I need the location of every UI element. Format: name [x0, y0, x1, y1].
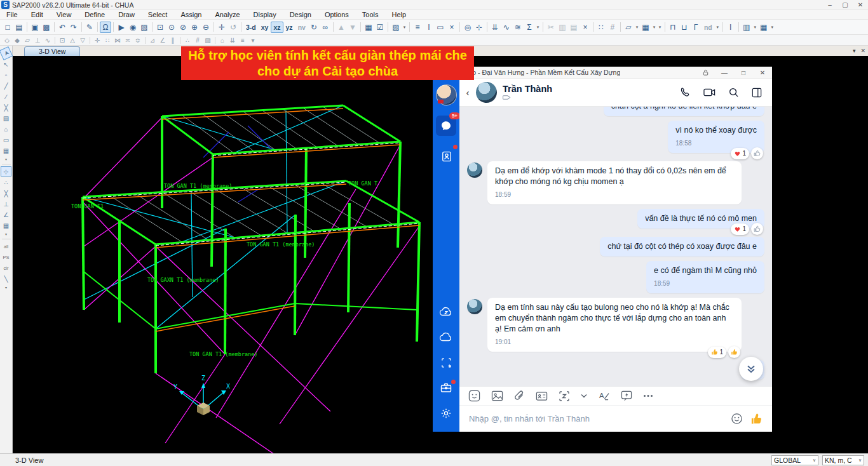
message-input[interactable]: Nhập @, tin nhắn tới Trần Thành [459, 405, 772, 432]
deselect-icon[interactable]: ▽ [78, 36, 88, 44]
display-more-icon[interactable]: ▨ [390, 22, 402, 33]
view-nv-button[interactable]: nv [295, 22, 308, 33]
snap-to-lines-icon[interactable]: ∠ [1, 210, 11, 220]
zalo-close-button[interactable]: ✕ [753, 67, 772, 79]
draw-rect-area-icon[interactable]: ▭ [1, 135, 11, 145]
snap-to-grid-icon[interactable]: ▦ [1, 220, 11, 230]
image-icon[interactable] [491, 390, 503, 401]
define-materials-icon[interactable]: ≡ [412, 22, 423, 33]
quick-wall-template-icon[interactable]: ⊔ [679, 22, 690, 33]
capture-dropdown-icon[interactable] [581, 394, 587, 398]
snap-to-perpendicular-icon[interactable]: ⊥ [1, 199, 11, 209]
lock-icon[interactable] [696, 67, 715, 79]
heart-reaction[interactable]: 1 [731, 148, 749, 159]
thumb-reaction[interactable] [728, 346, 740, 358]
close-view-icon[interactable]: ✕ [860, 48, 865, 54]
quick-message-icon[interactable] [621, 390, 632, 401]
select-intersecting-line-icon[interactable]: ╲ [1, 274, 11, 284]
set-display-options-icon[interactable]: ☑ [374, 22, 386, 33]
align-icon[interactable]: ∥ [168, 36, 178, 44]
view-3d-button[interactable]: 3-d [243, 22, 259, 33]
define-frame-sections-icon[interactable]: I [423, 22, 435, 33]
menu-design[interactable]: Design [290, 11, 311, 18]
add-grid-icon[interactable]: # [193, 36, 203, 44]
menu-analyze[interactable]: Analyze [215, 11, 240, 18]
object-view-options-icon[interactable]: ▦ [363, 22, 374, 33]
more-options-icon[interactable] [643, 394, 653, 397]
divide-frames-icon[interactable]: ≍ [123, 36, 133, 44]
layout-arrow-icon[interactable]: ▾ [770, 22, 775, 33]
sd-arrow-icon[interactable]: ▾ [634, 22, 640, 33]
copy-icon[interactable]: ▥ [557, 22, 568, 33]
snap-to-joints-icon[interactable]: ⊹ [1, 166, 11, 176]
nd-button-button[interactable]: nd [702, 22, 715, 33]
nd-arrow-icon[interactable]: ▾ [715, 22, 721, 33]
interactive-database-icon[interactable]: ∷ [595, 22, 607, 33]
move-objects-icon[interactable]: ✛ [92, 36, 102, 44]
layout-grid-icon[interactable]: ▦ [758, 22, 770, 33]
sidebar-item-settings[interactable] [438, 406, 454, 420]
message-list[interactable]: chân cột a nghĩ ko để liên kết khớp đâu … [459, 107, 772, 386]
heart-reaction[interactable]: 1 [731, 223, 749, 235]
select-window-icon[interactable]: ⊡ [57, 36, 67, 44]
bridge-modeler-icon[interactable]: ▦ [640, 22, 651, 33]
flyout-secondary-icon[interactable]: ▾ [248, 36, 258, 44]
draw-link-icon[interactable]: × [446, 22, 458, 33]
zalo-maximize-button[interactable]: □ [734, 67, 753, 79]
zalo-minimize-button[interactable]: — [715, 67, 734, 79]
assign-restraints-icon[interactable]: ⊥ [32, 36, 43, 44]
cut-icon[interactable]: ✂ [545, 22, 557, 33]
sidebar-item-screen-capture[interactable] [438, 356, 454, 369]
view-yz-button[interactable]: yz [283, 22, 295, 33]
screen-capture-icon[interactable] [559, 390, 570, 402]
bridge-arrow-icon[interactable]: ▾ [651, 22, 657, 33]
attachment-icon[interactable] [514, 390, 525, 402]
join-frames-icon[interactable]: ≎ [133, 36, 143, 44]
display-more-arrow-icon[interactable]: ▾ [402, 22, 407, 33]
steel-design-icon[interactable]: I [725, 22, 736, 33]
sticker-icon[interactable] [468, 390, 480, 402]
quick-draw-area-icon[interactable]: ▦ [1, 145, 11, 156]
search-icon[interactable] [728, 87, 739, 98]
draw-special-joint-icon[interactable]: ▫ [1, 70, 11, 80]
like-icon[interactable] [750, 413, 763, 425]
avatar[interactable] [436, 84, 457, 105]
quick-draw-braces-icon[interactable]: ╳ [1, 102, 11, 112]
undo-icon[interactable]: ↶ [57, 22, 68, 33]
menu-select[interactable]: Select [148, 11, 168, 18]
menu-view[interactable]: View [57, 11, 72, 18]
assign-quick-icon[interactable]: ◎ [462, 22, 473, 33]
call-icon[interactable] [680, 87, 691, 98]
minimize-button[interactable]: – [822, 1, 837, 8]
open-model-icon[interactable]: ▤ [13, 22, 25, 33]
assign-frame-loads-icon[interactable]: ◆ [12, 36, 22, 44]
load-combinations-icon[interactable]: Σ [524, 22, 535, 33]
section-designer-icon[interactable]: ▱ [623, 22, 634, 33]
quick-frame-template-icon[interactable]: ⊓ [667, 22, 679, 33]
run-options-icon[interactable]: ◉ [127, 22, 139, 33]
restore-full-view-icon[interactable]: ⊙ [166, 22, 177, 33]
snap-to-intersections-icon[interactable]: ╳ [1, 188, 11, 198]
clear-selection-button[interactable]: clr [1, 263, 11, 273]
select-poly-icon[interactable]: △ [67, 36, 78, 44]
assign-springs-icon[interactable]: ∿ [43, 36, 53, 44]
move-up-in-list-icon[interactable]: ▲ [336, 22, 347, 33]
orbit-icon[interactable]: ↺ [227, 22, 239, 33]
format-text-icon[interactable]: A [598, 390, 610, 401]
loads-arrow-icon[interactable]: ▾ [535, 22, 541, 33]
menu-draw[interactable]: Draw [118, 11, 135, 18]
show-axes-icon[interactable]: ⊹ [473, 22, 485, 33]
edit-grid-icon[interactable]: # [607, 22, 618, 33]
concrete-design-icon[interactable]: ▥ [741, 22, 752, 33]
close-button[interactable]: ✕ [853, 1, 868, 8]
conversation-info-icon[interactable] [752, 88, 762, 98]
zoom-out-icon[interactable]: ⊖ [200, 22, 212, 33]
paste-icon[interactable]: ▤ [568, 22, 580, 33]
rubber-band-zoom-icon[interactable]: ⊡ [154, 22, 166, 33]
sidebar-item-messages[interactable]: 5+ [436, 116, 456, 136]
previous-zoom-icon[interactable]: ⊘ [177, 22, 189, 33]
sidebar-item-zcloud[interactable] [438, 305, 454, 319]
draw-poly-area-icon[interactable]: ⌂ [1, 124, 11, 134]
assign-joint-loads-icon[interactable]: ◇ [2, 36, 12, 44]
sidebar-item-cloud[interactable] [438, 330, 454, 344]
